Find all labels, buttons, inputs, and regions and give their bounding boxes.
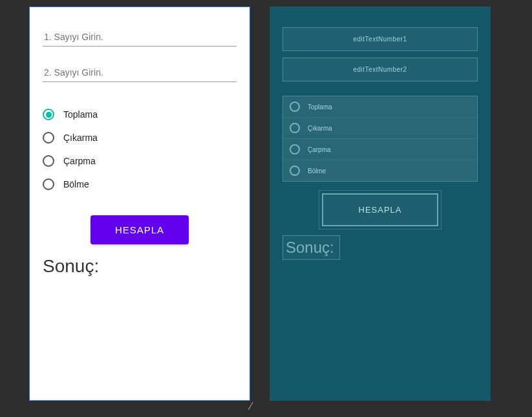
radio-carpma[interactable]: Çarpma	[43, 149, 237, 173]
radio-label: Bölme	[308, 167, 326, 175]
radio-selected-icon	[43, 109, 54, 120]
blueprint-radio-carpma[interactable]: Çarpma	[283, 139, 477, 160]
radio-unselected-icon	[43, 155, 54, 167]
radio-outline-icon	[290, 102, 300, 112]
blueprint-radio-cikarma[interactable]: Çıkarma	[283, 118, 477, 139]
radio-unselected-icon	[43, 178, 54, 190]
radio-label: Çarpma	[63, 156, 96, 166]
blueprint-result-label: Sonuç:	[282, 235, 340, 260]
radio-label: Çıkarma	[308, 125, 332, 132]
blueprint-preview-pane: editTextNumber1 editTextNumber2 Toplama …	[270, 6, 491, 401]
radio-label: Çıkarma	[63, 133, 98, 143]
operation-radio-group: Toplama Çıkarma Çarpma Bölme	[43, 103, 237, 196]
blueprint-radio-bolme[interactable]: Bölme	[283, 160, 477, 181]
blueprint-calculate-button[interactable]: HESAPLA	[322, 193, 438, 226]
radio-outline-icon	[290, 123, 300, 133]
number-input-1[interactable]	[43, 27, 237, 47]
design-preview-pane: Toplama Çıkarma Çarpma Bölme HESAPLA Son…	[29, 6, 250, 401]
blueprint-radio-toplama[interactable]: Toplama	[283, 96, 477, 118]
radio-cikarma[interactable]: Çıkarma	[43, 126, 237, 149]
radio-bolme[interactable]: Bölme	[43, 173, 237, 196]
radio-unselected-icon	[43, 132, 54, 144]
blueprint-input-2[interactable]: editTextNumber2	[282, 58, 478, 81]
radio-toplama[interactable]: Toplama	[43, 103, 237, 126]
blueprint-input-1[interactable]: editTextNumber1	[282, 27, 478, 51]
blueprint-radio-group: Toplama Çıkarma Çarpma Bölme	[282, 96, 478, 182]
radio-label: Çarpma	[308, 146, 331, 153]
radio-label: Bölme	[63, 179, 89, 189]
radio-label: Toplama	[63, 109, 98, 120]
result-label: Sonuç:	[43, 256, 237, 277]
radio-outline-icon	[290, 166, 300, 176]
number-input-2[interactable]	[43, 62, 237, 82]
calculate-button[interactable]: HESAPLA	[90, 215, 189, 244]
radio-outline-icon	[290, 144, 300, 155]
radio-label: Toplama	[308, 103, 332, 111]
